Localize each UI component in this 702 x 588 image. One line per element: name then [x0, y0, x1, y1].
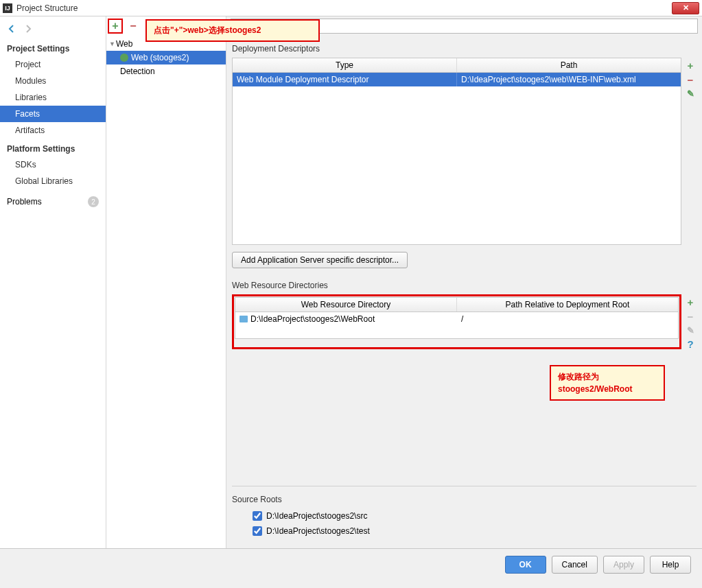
- window-title: Project Structure: [16, 3, 672, 13]
- wrd-add-icon[interactable]: +: [688, 297, 694, 307]
- source-root-label-2: D:\IdeaProject\stooges2\test: [266, 526, 370, 536]
- deploy-col-type: Type: [233, 58, 457, 72]
- deploy-row[interactable]: Web Module Deployment Descriptor D:\Idea…: [233, 73, 681, 86]
- sidebar-item-facets[interactable]: Facets: [0, 106, 106, 122]
- sidebar-item-modules[interactable]: Modules: [0, 73, 106, 89]
- problems-badge: 2: [88, 196, 99, 207]
- wrd-remove-icon[interactable]: −: [688, 311, 694, 322]
- problems-label: Problems: [7, 197, 42, 207]
- annotation-1: 点击"+">web>选择stooges2: [145, 19, 320, 42]
- help-button[interactable]: Help: [650, 556, 691, 574]
- sidebar-item-project[interactable]: Project: [0, 56, 106, 73]
- facets-tree-panel: + − ▼ Web Web (stooges2) Detection: [106, 16, 226, 548]
- sidebar-item-artifacts[interactable]: Artifacts: [0, 122, 106, 139]
- deploy-col-path: Path: [457, 58, 681, 72]
- annotation-2: 修改路径为 stooges2/WebRoot: [550, 365, 665, 401]
- deploy-remove-icon[interactable]: −: [688, 75, 694, 85]
- deploy-edit-icon[interactable]: ✎: [687, 89, 694, 98]
- wrd-help-icon[interactable]: ?: [687, 339, 693, 349]
- sidebar-item-problems[interactable]: Problems 2: [0, 189, 106, 211]
- app-icon: IJ: [3, 3, 12, 13]
- web-icon: [120, 54, 128, 62]
- nav-back-icon[interactable]: [7, 24, 16, 34]
- tree-node-detection[interactable]: Detection: [106, 64, 226, 78]
- remove-facet-button[interactable]: −: [126, 19, 141, 34]
- source-section-label: Source Roots: [232, 495, 697, 504]
- dialog-button-bar: OK Cancel Apply Help: [0, 548, 702, 580]
- source-root-row-1: D:\IdeaProject\stooges2\src: [232, 508, 697, 524]
- sidebar-item-global-libraries[interactable]: Global Libraries: [0, 173, 106, 189]
- facet-editor: Deployment Descriptors Type Path Web Mod…: [226, 16, 702, 548]
- wrd-row-dir: D:\IdeaProject\stooges2\WebRoot: [250, 314, 375, 324]
- cancel-button[interactable]: Cancel: [552, 556, 598, 574]
- add-app-server-descriptor-button[interactable]: Add Application Server specific descript…: [232, 252, 408, 268]
- nav-forward-icon[interactable]: [23, 24, 33, 34]
- source-root-check-1[interactable]: [253, 511, 262, 521]
- close-button[interactable]: ✕: [672, 2, 699, 14]
- source-root-check-2[interactable]: [253, 526, 262, 536]
- source-root-row-2: D:\IdeaProject\stooges2\test: [232, 524, 697, 539]
- sidebar-item-sdks[interactable]: SDKs: [0, 156, 106, 173]
- wrd-row-path: /: [457, 312, 678, 326]
- deploy-section-label: Deployment Descriptors: [232, 44, 697, 54]
- wrd-section-label: Web Resource Directories: [232, 281, 697, 290]
- tree-label-web: Web: [116, 39, 132, 49]
- titlebar: IJ Project Structure ✕: [0, 0, 702, 16]
- section-project-settings: Project Settings: [0, 38, 106, 56]
- tree-label-detection: Detection: [120, 67, 155, 76]
- folder-icon: [239, 316, 248, 322]
- tree-label-child: Web (stooges2): [131, 53, 189, 62]
- deploy-descriptors-table: Type Path Web Module Deployment Descript…: [232, 58, 681, 245]
- collapse-icon: ▼: [109, 40, 116, 47]
- sidebar-item-libraries[interactable]: Libraries: [0, 89, 106, 106]
- web-resource-table: Web Resource Directory Path Relative to …: [235, 297, 679, 339]
- section-platform-settings: Platform Settings: [0, 139, 106, 156]
- wrd-col-path: Path Relative to Deployment Root: [457, 298, 678, 311]
- apply-button[interactable]: Apply: [603, 556, 644, 574]
- source-root-label-1: D:\IdeaProject\stooges2\src: [266, 511, 367, 521]
- wrd-edit-icon[interactable]: ✎: [687, 326, 694, 335]
- wrd-row[interactable]: D:\IdeaProject\stooges2\WebRoot /: [235, 312, 678, 326]
- add-facet-button[interactable]: +: [108, 19, 123, 34]
- deploy-row-path: D:\IdeaProject\stooges2\web\WEB-INF\web.…: [457, 73, 681, 86]
- ok-button[interactable]: OK: [505, 556, 546, 574]
- wrd-col-dir: Web Resource Directory: [235, 298, 457, 311]
- tree-node-web-stooges2[interactable]: Web (stooges2): [106, 51, 226, 64]
- deploy-add-icon[interactable]: +: [688, 60, 694, 71]
- sidebar: Project Settings Project Modules Librari…: [0, 16, 106, 548]
- deploy-row-type: Web Module Deployment Descriptor: [233, 73, 457, 86]
